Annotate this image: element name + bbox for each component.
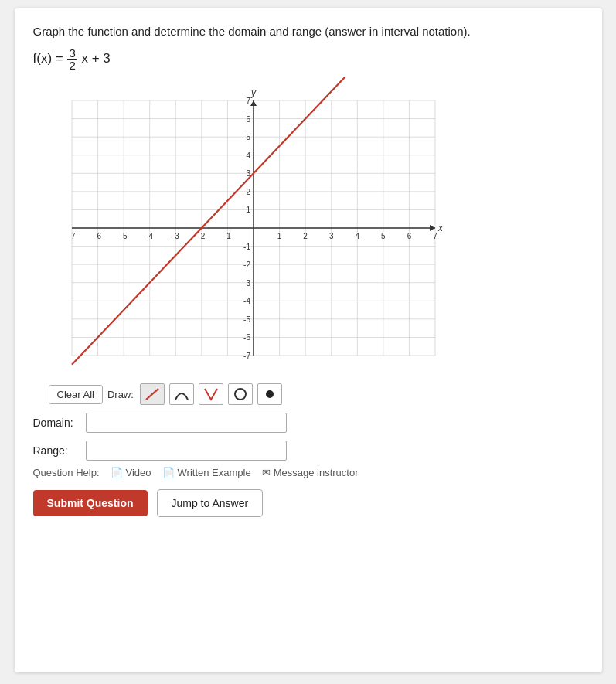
range-label: Range: bbox=[33, 444, 86, 457]
dot-tool-button[interactable] bbox=[257, 383, 282, 405]
dot-icon bbox=[266, 390, 274, 398]
draw-label: Draw: bbox=[107, 389, 134, 400]
fraction-numerator: 3 bbox=[67, 47, 77, 60]
jump-to-answer-button[interactable]: Jump to Answer bbox=[157, 489, 264, 517]
message-icon: ✉ bbox=[262, 467, 271, 478]
help-row: Question Help: 📄 Video 📄 Written Example… bbox=[33, 467, 584, 478]
line-tool-icon bbox=[145, 387, 160, 401]
draw-toolbar: Clear All Draw: bbox=[49, 383, 282, 405]
page-container: Graph the function and determine the dom… bbox=[15, 8, 602, 672]
range-input[interactable] bbox=[86, 441, 287, 461]
message-instructor-link[interactable]: ✉ Message instructor bbox=[262, 467, 359, 478]
check-tool-button[interactable] bbox=[199, 383, 223, 405]
submit-button[interactable]: Submit Question bbox=[33, 490, 148, 516]
clear-all-button[interactable]: Clear All bbox=[49, 385, 103, 404]
written-example-icon: 📄 bbox=[162, 467, 175, 478]
help-label: Question Help: bbox=[33, 467, 100, 478]
range-row: Range: bbox=[33, 441, 584, 461]
written-example-link[interactable]: 📄 Written Example bbox=[162, 467, 251, 478]
svg-point-1 bbox=[235, 389, 246, 400]
graph-canvas-container[interactable] bbox=[49, 77, 458, 379]
graph-canvas[interactable] bbox=[49, 77, 458, 379]
video-icon: 📄 bbox=[111, 467, 123, 478]
question-title: Graph the function and determine the dom… bbox=[33, 23, 584, 39]
domain-label: Domain: bbox=[33, 417, 86, 429]
function-suffix: x + 3 bbox=[82, 51, 111, 66]
message-label: Message instructor bbox=[274, 467, 359, 478]
line-tool-button[interactable] bbox=[140, 383, 165, 405]
domain-input[interactable] bbox=[86, 413, 287, 433]
domain-row: Domain: bbox=[33, 413, 584, 433]
arc-tool-icon bbox=[174, 387, 189, 401]
bottom-row: Submit Question Jump to Answer bbox=[33, 489, 584, 517]
circle-tool-icon bbox=[233, 387, 248, 401]
fraction-denominator: 2 bbox=[67, 60, 77, 71]
check-tool-icon bbox=[203, 387, 219, 401]
circle-tool-button[interactable] bbox=[228, 383, 253, 405]
function-fraction: 3 2 bbox=[67, 47, 77, 71]
function-prefix: f(x) = bbox=[33, 51, 67, 66]
video-label: Video bbox=[126, 467, 151, 478]
graph-wrapper: Clear All Draw: bbox=[33, 77, 584, 405]
function-label: f(x) = 3 2 x + 3 bbox=[33, 47, 584, 71]
svg-line-0 bbox=[146, 389, 158, 400]
video-link[interactable]: 📄 Video bbox=[111, 467, 151, 478]
written-example-label: Written Example bbox=[178, 467, 251, 478]
arc-tool-button[interactable] bbox=[169, 383, 194, 405]
